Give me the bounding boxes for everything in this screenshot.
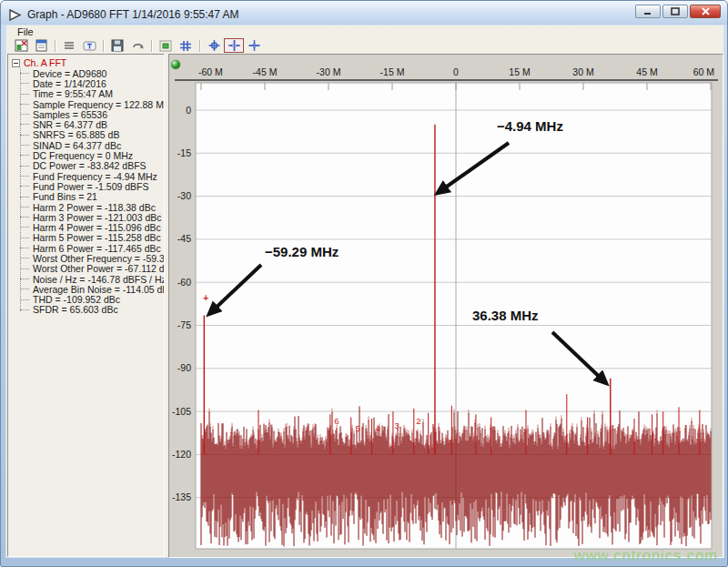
tree-item[interactable]: Noise / Hz = -146.78 dBFS / Hz xyxy=(12,274,164,284)
tree-item[interactable]: Average Bin Noise = -114.05 dBFS xyxy=(12,284,164,294)
annotations-icon xyxy=(83,40,96,52)
tree-item[interactable]: DC Power = -83.842 dBFS xyxy=(12,161,164,171)
report-button[interactable] xyxy=(31,38,51,53)
toolbar xyxy=(6,38,723,53)
chart-button[interactable] xyxy=(11,38,31,53)
fit-vertical-icon xyxy=(228,39,241,52)
svg-text:30 M: 30 M xyxy=(572,66,593,77)
tree-item[interactable]: Fund Power = -1.509 dBFS xyxy=(12,181,164,191)
svg-text:6: 6 xyxy=(334,416,339,426)
svg-text:−59.29 MHz: −59.29 MHz xyxy=(265,244,339,259)
toolbar-separator xyxy=(55,40,56,52)
tree-item[interactable]: Sample Frequency = 122.88 MHz xyxy=(12,99,164,109)
window-title: Graph - AD9680 FFT 1/14/2016 9:55:47 AM xyxy=(27,8,239,21)
pan-icon xyxy=(207,39,221,52)
svg-text:2: 2 xyxy=(416,416,420,426)
svg-text:-45 M: -45 M xyxy=(253,66,278,77)
tree-item[interactable]: Fund Bins = 21 xyxy=(12,192,164,202)
menu-file[interactable]: File xyxy=(14,26,37,37)
svg-text:-15: -15 xyxy=(177,147,191,158)
svg-text:4: 4 xyxy=(375,423,379,433)
measurements-panel[interactable]: Ch. A FFT Device = AD9680Date = 1/14/201… xyxy=(7,54,165,557)
fft-chart-panel[interactable]: 0-15-30-45-60-75-90-105-120-135-60 M-45 … xyxy=(168,54,723,558)
annotations-button[interactable] xyxy=(79,38,99,53)
svg-text:-90: -90 xyxy=(177,362,191,373)
svg-text:15 M: 15 M xyxy=(509,66,530,77)
collapse-expander-icon[interactable] xyxy=(12,59,20,67)
toolbar-separator xyxy=(199,40,200,52)
tree-item[interactable]: SINAD = 64.377 dBc xyxy=(12,140,164,150)
tree-item[interactable]: Harm 6 Power = -117.465 dBc xyxy=(12,243,164,253)
report-icon xyxy=(35,39,48,52)
tree-item[interactable]: Worst Other Frequency = -59.38 MHz xyxy=(12,253,164,263)
grid-button[interactable] xyxy=(176,38,196,53)
fit-horizontal-icon xyxy=(248,39,261,52)
svg-text:-60: -60 xyxy=(177,277,191,288)
save-icon xyxy=(111,39,124,52)
toolbar-separator xyxy=(151,40,152,52)
tree-items: Device = AD9680Date = 1/14/2016Time = 9:… xyxy=(12,68,164,315)
svg-text:-75: -75 xyxy=(177,319,191,330)
tree-item[interactable]: Fund Frequency = -4.94 MHz xyxy=(12,171,164,181)
minimize-button[interactable] xyxy=(635,5,661,18)
svg-text:3: 3 xyxy=(394,420,399,430)
minimize-icon xyxy=(643,7,652,15)
title-bar[interactable]: Graph - AD9680 FFT 1/14/2016 9:55:47 AM xyxy=(1,1,727,25)
toolbar-separator xyxy=(103,40,104,52)
fit-horizontal-button[interactable] xyxy=(244,38,264,53)
results-tree: Ch. A FFT Device = AD9680Date = 1/14/201… xyxy=(12,57,164,315)
svg-text:-30 M: -30 M xyxy=(317,66,341,77)
tree-item[interactable]: Harm 3 Power = -121.003 dBc xyxy=(12,212,164,222)
app-window: Graph - AD9680 FFT 1/14/2016 9:55:47 AM … xyxy=(0,0,728,567)
close-icon xyxy=(702,7,710,15)
svg-text:-30: -30 xyxy=(177,190,191,201)
list-button[interactable] xyxy=(59,38,79,53)
svg-text:5: 5 xyxy=(356,423,360,433)
svg-text:36.38 MHz: 36.38 MHz xyxy=(472,308,539,323)
tree-root-label: Ch. A FFT xyxy=(24,57,66,68)
svg-text:-105: -105 xyxy=(172,406,191,417)
tree-item[interactable]: Harm 2 Power = -118.38 dBc xyxy=(12,202,164,212)
tree-item[interactable]: THD = -109.952 dBc xyxy=(12,295,164,305)
chart-icon xyxy=(15,39,28,52)
tree-root[interactable]: Ch. A FFT xyxy=(12,57,164,68)
close-button[interactable] xyxy=(690,5,721,18)
tree-item[interactable]: Time = 9:55:47 AM xyxy=(12,89,164,99)
tree-item[interactable]: DC Frequency = 0 MHz xyxy=(12,150,164,160)
tree-item[interactable]: Harm 5 Power = -115.258 dBc xyxy=(12,233,164,243)
tree-item[interactable]: Worst Other Power = -67.112 dBFS xyxy=(12,264,164,274)
menu-bar: File xyxy=(6,25,723,38)
svg-text:-15 M: -15 M xyxy=(380,66,405,77)
window-body: File xyxy=(5,25,724,558)
svg-text:60 M: 60 M xyxy=(693,66,714,77)
grid-icon xyxy=(179,40,192,52)
legend-icon xyxy=(159,40,172,52)
tree-item[interactable]: Date = 1/14/2016 xyxy=(12,78,164,88)
svg-text:0: 0 xyxy=(186,105,191,116)
app-logo-triangle-icon xyxy=(8,9,22,21)
watermark: www.cntronics.com xyxy=(574,547,718,564)
svg-text:-60 M: -60 M xyxy=(198,66,223,77)
tree-item[interactable]: Harm 4 Power = -115.096 dBc xyxy=(12,222,164,232)
tree-item[interactable]: Samples = 65536 xyxy=(12,109,164,119)
save-button[interactable] xyxy=(107,38,127,53)
svg-text:-135: -135 xyxy=(172,491,191,502)
svg-text:-120: -120 xyxy=(172,449,191,460)
tree-item[interactable]: SFDR = 65.603 dBc xyxy=(12,305,164,315)
svg-text:45 M: 45 M xyxy=(636,66,657,77)
maximize-button[interactable] xyxy=(662,5,688,18)
undo-button[interactable] xyxy=(127,38,147,53)
tree-item[interactable]: Device = AD9680 xyxy=(12,68,164,78)
svg-text:−4.94 MHz: −4.94 MHz xyxy=(497,118,563,134)
legend-button[interactable] xyxy=(156,38,176,53)
tree-item[interactable]: SNR = 64.377 dB xyxy=(12,119,164,129)
fit-vertical-button[interactable] xyxy=(224,38,244,53)
tree-item[interactable]: SNRFS = 65.885 dB xyxy=(12,130,164,140)
pan-button[interactable] xyxy=(204,38,224,53)
maximize-icon xyxy=(671,7,680,15)
undo-icon xyxy=(131,40,145,52)
svg-text:-45: -45 xyxy=(177,233,191,244)
fft-plot[interactable]: 0-15-30-45-60-75-90-105-120-135-60 M-45 … xyxy=(169,55,723,557)
svg-text:0: 0 xyxy=(453,66,459,77)
svg-text:+: + xyxy=(203,293,208,303)
